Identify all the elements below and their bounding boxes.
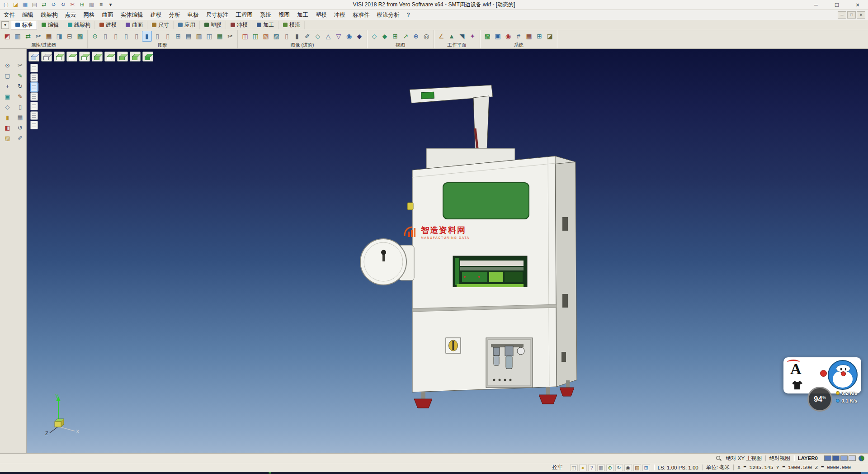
sidebar-tool-icon[interactable]: ◇: [2, 102, 13, 111]
toolbar-icon[interactable]: ⊙: [90, 31, 100, 42]
toolbar-icon[interactable]: ✂: [225, 31, 235, 42]
color-bar[interactable]: [840, 455, 848, 461]
sidebar-tool-icon[interactable]: ▣: [2, 92, 13, 101]
toolbar-icon[interactable]: ▯: [282, 31, 292, 42]
status-tool-icon[interactable]: ◫: [570, 464, 578, 471]
clipboard-icon[interactable]: [30, 121, 38, 129]
menu-item[interactable]: ?: [403, 10, 414, 20]
maximize-button[interactable]: ☐: [826, 0, 847, 10]
toolbar-icon[interactable]: #: [514, 31, 524, 42]
toolbar-icon[interactable]: ✦: [467, 31, 477, 42]
toolbar-icon[interactable]: ▩: [482, 31, 492, 42]
toolbar-icon[interactable]: ▯: [163, 31, 173, 42]
menu-item[interactable]: 模流分析: [373, 10, 403, 20]
toolbar-icon[interactable]: ▧: [261, 31, 271, 42]
quick-access-icon[interactable]: ▢: [2, 1, 10, 9]
toolbar-icon[interactable]: ▮: [292, 31, 302, 42]
clipboard-icon[interactable]: [30, 73, 38, 82]
layer-label[interactable]: LAYER0: [794, 455, 821, 461]
menu-item[interactable]: 电极: [184, 10, 203, 20]
lock-label[interactable]: 拴牢: [549, 464, 566, 471]
quick-access-icon[interactable]: ▾: [106, 1, 115, 9]
view-cube-icon[interactable]: [117, 52, 128, 62]
menu-item[interactable]: 编辑: [19, 10, 37, 20]
close-button[interactable]: ✕: [847, 0, 868, 10]
toolbar-icon[interactable]: ▥: [13, 31, 23, 42]
toolbar-icon[interactable]: ◩: [2, 31, 12, 42]
mdi-restore-button[interactable]: □: [847, 11, 856, 19]
menu-item[interactable]: 曲面: [99, 10, 117, 20]
toolbar-icon[interactable]: ◥: [457, 31, 467, 42]
sidebar-tool-icon[interactable]: ▦: [15, 113, 25, 122]
view-orientation-label[interactable]: 绝对 XY 上视图: [722, 455, 765, 462]
clipboard-icon[interactable]: [30, 64, 38, 72]
ribbon-tab[interactable]: 标准: [11, 21, 37, 29]
quick-access-icon[interactable]: ▦: [21, 1, 29, 9]
ribbon-tab[interactable]: 建模: [95, 21, 121, 29]
clipboard-icon[interactable]: [30, 102, 38, 110]
taskbar-edge[interactable]: [0, 472, 868, 474]
toolbar-icon[interactable]: ⊞: [390, 31, 400, 42]
quick-access-icon[interactable]: ↻: [59, 1, 67, 9]
sidebar-tool-icon[interactable]: ↺: [15, 123, 25, 132]
clipboard-icon[interactable]: [30, 83, 38, 91]
sidebar-tool-icon[interactable]: ⊙: [2, 61, 13, 70]
toolbar-icon[interactable]: ⊞: [534, 31, 544, 42]
toolbar-icon[interactable]: ◎: [421, 31, 431, 42]
toolbar-icon[interactable]: ◆: [354, 31, 364, 42]
menu-item[interactable]: 分析: [165, 10, 184, 20]
menu-item[interactable]: 工程图: [232, 10, 257, 20]
quick-access-icon[interactable]: ◪: [11, 1, 20, 9]
menu-item[interactable]: 视图: [275, 10, 293, 20]
menu-item[interactable]: 标准件: [349, 10, 373, 20]
toolbar-icon[interactable]: ▩: [75, 31, 85, 42]
color-bar[interactable]: [824, 455, 831, 461]
toolbar-icon[interactable]: ▤: [184, 31, 193, 42]
status-tool-icon[interactable]: ↻: [615, 464, 623, 471]
view-cube-icon[interactable]: [41, 52, 52, 62]
status-tool-icon[interactable]: ◉: [624, 464, 632, 471]
menu-item[interactable]: 尺寸标注: [203, 10, 232, 20]
toolbar-icon[interactable]: ↗: [401, 31, 410, 42]
status-tool-icon[interactable]: ⊞: [642, 464, 650, 471]
sidebar-tool-icon[interactable]: ✎: [15, 71, 25, 80]
toolbar-icon[interactable]: ▦: [44, 31, 54, 42]
toolbar-icon[interactable]: ▣: [493, 31, 503, 42]
toolbar-icon[interactable]: ◇: [313, 31, 323, 42]
mdi-minimize-button[interactable]: ─: [838, 11, 846, 19]
quick-access-icon[interactable]: ✂: [68, 1, 77, 9]
ribbon-tab[interactable]: 模流: [278, 21, 305, 29]
toolbar-icon[interactable]: ⊕: [411, 31, 421, 42]
sidebar-tool-icon[interactable]: ✐: [15, 133, 25, 142]
ribbon-tab[interactable]: 曲面: [121, 21, 147, 29]
menu-item[interactable]: 冲模: [330, 10, 349, 20]
toolbar-icon[interactable]: ▦: [524, 31, 534, 42]
toolbar-icon[interactable]: ◉: [503, 31, 513, 42]
quick-access-icon[interactable]: ⇄: [40, 1, 48, 9]
toolbar-icon[interactable]: ⇄: [23, 31, 33, 42]
ribbon-tab[interactable]: 线架构: [63, 21, 95, 29]
status-tool-icon[interactable]: ▦: [597, 464, 605, 471]
toolbar-icon[interactable]: ◫: [240, 31, 250, 42]
toolbar-icon[interactable]: ✂: [33, 31, 43, 42]
toolbar-icon[interactable]: ◪: [545, 31, 555, 42]
tab-dropdown-button[interactable]: ▼: [1, 21, 9, 29]
clipboard-icon[interactable]: [30, 111, 38, 120]
color-bar[interactable]: [832, 455, 840, 461]
toolbar-icon[interactable]: ▯: [121, 31, 131, 42]
status-tool-icon[interactable]: ●: [579, 464, 587, 471]
view-cube-icon[interactable]: [79, 52, 90, 62]
sidebar-tool-icon[interactable]: ✂: [15, 61, 25, 70]
toolbar-icon[interactable]: ▲: [447, 31, 457, 42]
toolbar-icon[interactable]: ✐: [302, 31, 312, 42]
toolbar-icon[interactable]: ▯: [132, 31, 142, 42]
sidebar-tool-icon[interactable]: ◧: [2, 123, 13, 132]
sidebar-tool-icon[interactable]: ▯: [15, 102, 25, 111]
machine-3d-model[interactable]: [344, 81, 597, 416]
toolbar-icon[interactable]: ▨: [271, 31, 281, 42]
view-cube-icon[interactable]: [92, 52, 103, 62]
search-icon[interactable]: [716, 455, 722, 461]
toolbar-icon[interactable]: ▥: [194, 31, 204, 42]
view-reference-label[interactable]: 绝对视图: [766, 455, 794, 462]
status-tool-icon[interactable]: ▧: [633, 464, 641, 471]
